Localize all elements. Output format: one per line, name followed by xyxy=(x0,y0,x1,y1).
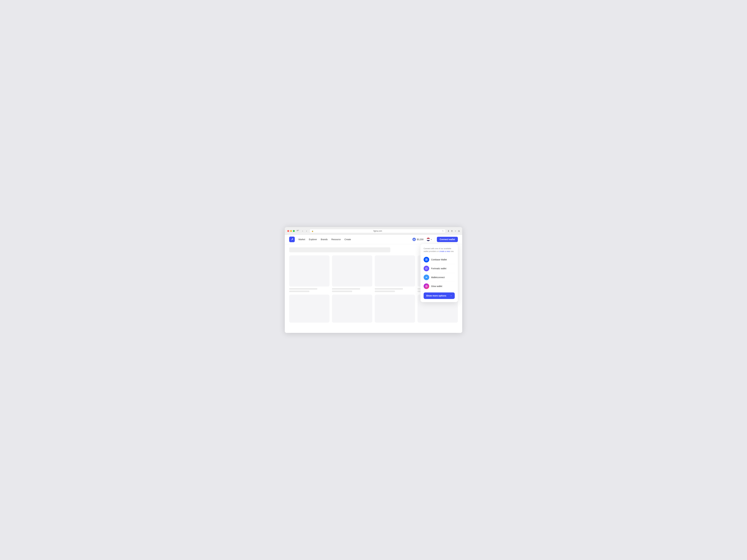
svg-point-1 xyxy=(426,259,427,260)
nav-market[interactable]: Market xyxy=(299,238,305,241)
eth-price-display: ◆ $3,200 xyxy=(412,238,423,241)
skeleton-card-5 xyxy=(289,295,330,323)
fortmatic-wallet-name: Fortmatic wallet xyxy=(431,267,446,270)
header-right: ◆ $3,200 ▾ Connect wallet xyxy=(412,237,458,242)
coinbase-wallet-name: Coinbase Wallet xyxy=(431,258,447,261)
wallet-option-fortmatic[interactable]: F Fortmatic wallet xyxy=(423,264,455,273)
header: ↗ Market Explorer Brands Resource Create… xyxy=(285,235,462,244)
minimize-button[interactable] xyxy=(290,230,292,232)
main-nav: Market Explorer Brands Resource Create xyxy=(299,238,351,241)
lock-icon: 🔒 xyxy=(312,230,313,232)
wallet-option-walletconnect[interactable]: Walletconnect xyxy=(423,273,455,282)
skeleton-banner xyxy=(289,247,390,252)
browser-window: ‹ › 🔒 figma.com ↻ ⬇ ⬆ ＋ ⧉ ↗ Market Explo… xyxy=(285,227,462,333)
dropdown-description: Connect with one of our available wallet… xyxy=(423,247,455,253)
app-logo[interactable]: ↗ xyxy=(289,237,295,242)
svg-point-5 xyxy=(426,286,427,287)
wallet-option-glow[interactable]: Glow wallet xyxy=(423,282,455,291)
sidebar-toggle-icon[interactable] xyxy=(297,230,299,232)
eth-price-value: $3,200 xyxy=(417,238,423,241)
glow-wallet-name: Glow wallet xyxy=(431,285,442,288)
show-more-options-button[interactable]: Show more options → xyxy=(423,292,455,299)
nav-resource[interactable]: Resource xyxy=(331,238,341,241)
browser-actions: ⬇ ⬆ ＋ ⧉ xyxy=(447,230,460,232)
dropdown-desc-end: one. xyxy=(450,250,454,252)
coinbase-wallet-icon xyxy=(423,257,429,262)
new-tab-icon[interactable]: ＋ xyxy=(455,230,457,232)
maximize-button[interactable] xyxy=(293,230,295,232)
skeleton-card-1 xyxy=(289,256,330,292)
tabs-icon[interactable]: ⧉ xyxy=(458,230,460,232)
reload-icon[interactable]: ↻ xyxy=(442,230,444,232)
nav-explorer[interactable]: Explorer xyxy=(309,238,317,241)
connect-wallet-button[interactable]: Connect wallet xyxy=(437,237,458,242)
eth-icon: ◆ xyxy=(412,238,416,241)
flag-icon xyxy=(427,238,430,241)
create-new-link[interactable]: create a new xyxy=(439,250,450,252)
download-icon[interactable]: ⬇ xyxy=(447,230,449,232)
wallet-option-coinbase[interactable]: Coinbase Wallet xyxy=(423,255,455,264)
share-icon[interactable]: ⬆ xyxy=(451,230,453,232)
glow-wallet-icon xyxy=(423,284,429,289)
arrow-right-icon: → xyxy=(450,294,452,297)
chevron-down-icon: ▾ xyxy=(431,239,432,240)
browser-chrome: ‹ › 🔒 figma.com ↻ ⬇ ⬆ ＋ ⧉ xyxy=(285,227,462,235)
nav-brands[interactable]: Brands xyxy=(321,238,328,241)
logo-icon: ↗ xyxy=(291,238,293,241)
currency-selector[interactable]: ▾ xyxy=(425,237,433,242)
walletconnect-name: Walletconnect xyxy=(431,276,445,278)
app-content: ↗ Market Explorer Brands Resource Create… xyxy=(285,235,462,331)
back-button[interactable]: ‹ xyxy=(302,229,304,233)
svg-text:F: F xyxy=(426,268,427,269)
traffic-lights xyxy=(287,230,295,232)
close-button[interactable] xyxy=(287,230,289,232)
skeleton-card-7 xyxy=(375,295,415,323)
skeleton-card-3 xyxy=(375,256,415,292)
address-bar[interactable]: 🔒 figma.com ↻ xyxy=(310,229,446,233)
fortmatic-wallet-icon: F xyxy=(423,266,429,271)
skeleton-card-6 xyxy=(332,295,372,323)
url-text: figma.com xyxy=(314,230,441,232)
wallet-dropdown: Connect with one of our available wallet… xyxy=(420,244,458,302)
nav-create[interactable]: Create xyxy=(344,238,351,241)
forward-button[interactable]: › xyxy=(306,229,308,233)
walletconnect-icon xyxy=(423,274,429,280)
show-more-label: Show more options xyxy=(426,294,446,297)
skeleton-card-2 xyxy=(332,256,372,292)
